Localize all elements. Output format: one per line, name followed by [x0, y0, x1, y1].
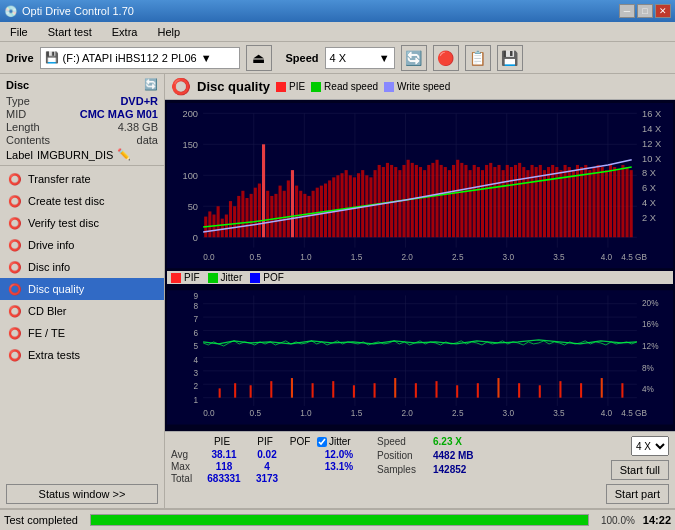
- status-time: 14:22: [643, 514, 671, 526]
- col-header-jitter-container: Jitter: [317, 436, 351, 447]
- read-speed-legend-label: Read speed: [324, 81, 378, 92]
- jitter-legend-color: [208, 273, 218, 283]
- read-speed-legend-color: [311, 82, 321, 92]
- legend-read-speed: Read speed: [311, 81, 378, 92]
- legend-jitter: Jitter: [208, 272, 243, 283]
- svg-text:4.5 GB: 4.5 GB: [621, 409, 647, 418]
- status-window-button[interactable]: Status window >>: [6, 484, 158, 504]
- close-button[interactable]: ✕: [655, 4, 671, 18]
- jitter-checkbox[interactable]: [317, 437, 327, 447]
- svg-rect-139: [625, 167, 628, 237]
- menu-start-test[interactable]: Start test: [42, 24, 98, 40]
- svg-rect-198: [539, 385, 541, 397]
- svg-text:2.0: 2.0: [401, 253, 413, 262]
- svg-rect-38: [208, 211, 211, 237]
- start-part-button[interactable]: Start part: [606, 484, 669, 504]
- menu-file[interactable]: File: [4, 24, 34, 40]
- fe-te-icon: ⭕: [8, 326, 22, 340]
- disc-length-value: 4.38 GB: [118, 121, 158, 133]
- right-stats: Speed 6.23 X Position 4482 MB Samples 14…: [377, 436, 488, 475]
- pie-legend-color: [276, 82, 286, 92]
- svg-rect-199: [559, 381, 561, 398]
- speed-selector[interactable]: 4 X ▼: [325, 47, 395, 69]
- svg-text:0.0: 0.0: [203, 409, 215, 418]
- sidebar-item-verify-test-disc[interactable]: ⭕ Verify test disc: [0, 212, 164, 234]
- sidebar-item-cd-bler[interactable]: ⭕ CD Bler: [0, 300, 164, 322]
- svg-text:0: 0: [193, 233, 198, 243]
- svg-rect-186: [291, 378, 293, 398]
- speed-select-dropdown[interactable]: 4 X: [631, 436, 669, 456]
- svg-rect-137: [617, 170, 620, 237]
- sidebar-item-disc-info[interactable]: ⭕ Disc info: [0, 256, 164, 278]
- samples-stat-label: Samples: [377, 464, 427, 475]
- svg-rect-124: [564, 165, 567, 237]
- svg-text:10 X: 10 X: [642, 154, 661, 164]
- pof-legend-label: POF: [263, 272, 284, 283]
- sidebar-item-create-test-disc[interactable]: ⭕ Create test disc: [0, 190, 164, 212]
- svg-rect-195: [477, 383, 479, 397]
- legend-pie: PIE: [276, 81, 305, 92]
- svg-rect-84: [398, 170, 401, 237]
- svg-rect-111: [510, 167, 513, 237]
- svg-rect-135: [609, 165, 612, 237]
- svg-rect-58: [291, 170, 294, 237]
- drive-bar: Drive 💾 (F:) ATAPI iHBS112 2 PL06 ▼ ⏏ Sp…: [0, 42, 675, 74]
- sidebar-item-fe-te[interactable]: ⭕ FE / TE: [0, 322, 164, 344]
- status-bar: Test completed 100.0% 14:22: [0, 508, 675, 530]
- svg-rect-110: [506, 165, 509, 237]
- sidebar-item-disc-quality[interactable]: ⭕ Disc quality: [0, 278, 164, 300]
- col-header-pif: PIF: [247, 436, 283, 447]
- upper-chart-svg: 200 150 100 50 0 16 X 14 X 12 X 10 X 8 X…: [167, 102, 673, 269]
- disc-label-edit-icon[interactable]: ✏️: [117, 148, 131, 161]
- disc-refresh-icon[interactable]: 🔄: [144, 78, 158, 91]
- svg-text:12 X: 12 X: [642, 139, 661, 149]
- svg-rect-192: [415, 383, 417, 397]
- svg-rect-101: [469, 170, 472, 237]
- svg-rect-93: [435, 160, 438, 237]
- svg-text:4.0: 4.0: [601, 253, 613, 262]
- svg-rect-55: [279, 186, 282, 238]
- svg-rect-190: [374, 383, 376, 397]
- sidebar-label-disc-quality: Disc quality: [28, 283, 84, 295]
- sidebar-item-transfer-rate[interactable]: ⭕ Transfer rate: [0, 168, 164, 190]
- refresh-button[interactable]: 🔄: [401, 45, 427, 71]
- svg-rect-107: [493, 167, 496, 237]
- speed-value: 4 X: [330, 52, 375, 64]
- svg-text:4.5 GB: 4.5 GB: [621, 253, 647, 262]
- svg-text:9: 9: [193, 292, 198, 301]
- svg-rect-91: [427, 165, 430, 237]
- minimize-button[interactable]: ─: [619, 4, 635, 18]
- row-label-total: Total: [171, 473, 199, 484]
- menu-extra[interactable]: Extra: [106, 24, 144, 40]
- svg-text:50: 50: [188, 202, 198, 212]
- progress-bar-container: [90, 514, 589, 526]
- svg-rect-138: [621, 165, 624, 237]
- sidebar-item-drive-info[interactable]: ⭕ Drive info: [0, 234, 164, 256]
- erase-button[interactable]: 🔴: [433, 45, 459, 71]
- eject-button[interactable]: ⏏: [246, 45, 272, 71]
- maximize-button[interactable]: □: [637, 4, 653, 18]
- drive-label: Drive: [6, 52, 34, 64]
- sidebar-item-extra-tests[interactable]: ⭕ Extra tests: [0, 344, 164, 366]
- save-button[interactable]: 💾: [497, 45, 523, 71]
- svg-text:8 X: 8 X: [642, 168, 656, 178]
- svg-rect-74: [357, 173, 360, 237]
- svg-text:2 X: 2 X: [642, 213, 656, 223]
- svg-rect-90: [423, 170, 426, 237]
- drive-dropdown-icon: ▼: [201, 52, 212, 64]
- lower-chart: 1 2 3 4 5 6 7 8 9 20% 16% 12% 8% 4% 0.: [167, 286, 673, 429]
- svg-rect-129: [584, 165, 587, 237]
- start-full-button[interactable]: Start full: [611, 460, 669, 480]
- avg-pie: 38.11: [201, 449, 247, 460]
- svg-rect-96: [448, 170, 451, 237]
- svg-rect-71: [345, 170, 348, 237]
- copy-button[interactable]: 📋: [465, 45, 491, 71]
- svg-rect-104: [481, 170, 484, 237]
- drive-selector[interactable]: 💾 (F:) ATAPI iHBS112 2 PL06 ▼: [40, 47, 240, 69]
- svg-rect-126: [572, 170, 575, 237]
- svg-rect-49: [254, 188, 257, 238]
- svg-rect-86: [407, 160, 410, 237]
- menu-help[interactable]: Help: [151, 24, 186, 40]
- svg-text:6: 6: [193, 329, 198, 338]
- svg-text:3: 3: [193, 369, 198, 378]
